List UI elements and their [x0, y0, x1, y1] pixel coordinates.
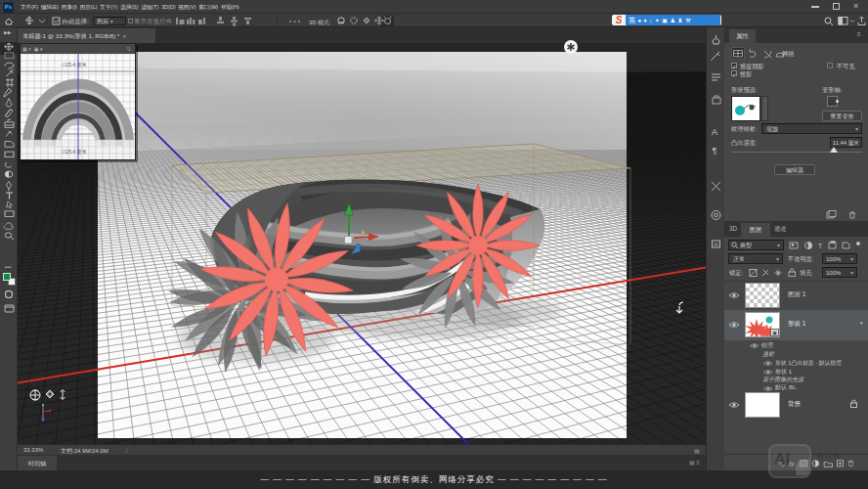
- svg-text:T: T: [818, 243, 823, 249]
- svg-text:∅25.4 厘米: ∅25.4 厘米: [62, 62, 86, 67]
- svg-text:A: A: [712, 127, 717, 137]
- svg-text:¶: ¶: [713, 146, 717, 156]
- svg-text:∅25.4 厘米: ∅25.4 厘米: [62, 149, 86, 155]
